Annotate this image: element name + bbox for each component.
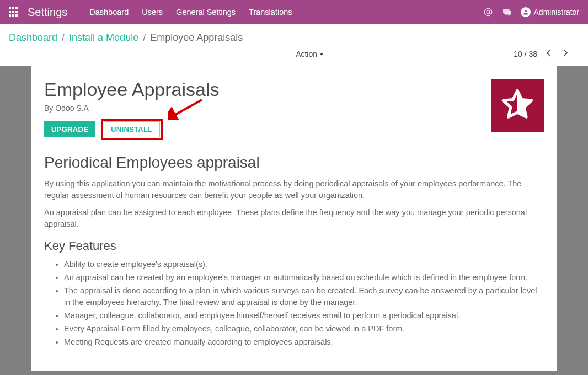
svg-point-0 (487, 10, 490, 14)
action-dropdown[interactable]: Action (296, 50, 324, 58)
module-icon (491, 79, 544, 132)
module-header: Employee Appraisals By Odoo S.A UPGRADE … (44, 79, 544, 140)
module-actions: UPGRADE UNINSTALL (44, 119, 482, 140)
pager-prev-button[interactable] (544, 49, 554, 59)
user-name: Administrator (534, 8, 579, 17)
user-menu[interactable]: Administrator (521, 7, 579, 17)
action-bar: Action 10 / 38 (9, 44, 579, 66)
nav-general-settings[interactable]: General Settings (176, 8, 236, 17)
nav-translations[interactable]: Translations (249, 8, 292, 17)
breadcrumb-install-module[interactable]: Install a Module (69, 32, 138, 44)
list-item: Meeting Requests are created manually ac… (64, 336, 544, 349)
list-item: Manager, colleague, collaborator, and em… (64, 310, 544, 322)
list-item: The appraisal is done according to a pla… (64, 285, 544, 309)
uninstall-button[interactable]: UNINSTALL (104, 121, 159, 137)
module-title: Employee Appraisals (44, 79, 482, 100)
at-mention-icon[interactable] (483, 7, 493, 17)
topbar-right: Administrator (483, 7, 579, 17)
key-features-title: Key Features (44, 239, 544, 253)
app-title: Settings (28, 6, 67, 19)
pager: 10 / 38 (514, 49, 570, 59)
list-item: An appraisal can be created by an employ… (64, 272, 544, 284)
apps-icon[interactable] (9, 7, 19, 17)
description-p1: By using this application you can mainta… (44, 178, 544, 201)
breadcrumb-sep: / (143, 32, 146, 44)
subheader: Dashboard / Install a Module / Employee … (0, 24, 588, 66)
description-section-title: Periodical Employees appraisal (44, 154, 544, 172)
list-item: Every Appraisal Form filled by employees… (64, 323, 544, 335)
breadcrumb-current: Employee Appraisals (150, 32, 243, 44)
list-item: Ability to create employee's appraisal(s… (64, 259, 544, 271)
module-card: Employee Appraisals By Odoo S.A UPGRADE … (31, 66, 557, 371)
breadcrumb-sep: / (62, 32, 65, 44)
nav-dashboard[interactable]: Dashboard (89, 8, 129, 17)
key-features-list: Ability to create employee's appraisal(s… (44, 259, 544, 348)
avatar-icon (521, 7, 531, 17)
chevron-down-icon (319, 53, 324, 56)
main-nav: Dashboard Users General Settings Transla… (89, 8, 483, 17)
star-icon (500, 88, 535, 123)
svg-point-1 (525, 10, 527, 12)
top-navbar: Settings Dashboard Users General Setting… (0, 0, 588, 24)
description-p2: An appraisal plan can be assigned to eac… (44, 207, 544, 230)
module-author: By Odoo S.A (44, 104, 482, 113)
upgrade-button[interactable]: UPGRADE (44, 121, 95, 137)
breadcrumb-dashboard[interactable]: Dashboard (9, 32, 57, 44)
conversations-icon[interactable] (502, 7, 512, 17)
pager-text: 10 / 38 (514, 50, 537, 58)
main-area: Employee Appraisals By Odoo S.A UPGRADE … (0, 66, 588, 375)
breadcrumb: Dashboard / Install a Module / Employee … (9, 32, 579, 44)
pager-next-button[interactable] (560, 49, 570, 59)
nav-users[interactable]: Users (142, 8, 163, 17)
action-label: Action (296, 50, 317, 58)
uninstall-highlight: UNINSTALL (101, 119, 162, 140)
